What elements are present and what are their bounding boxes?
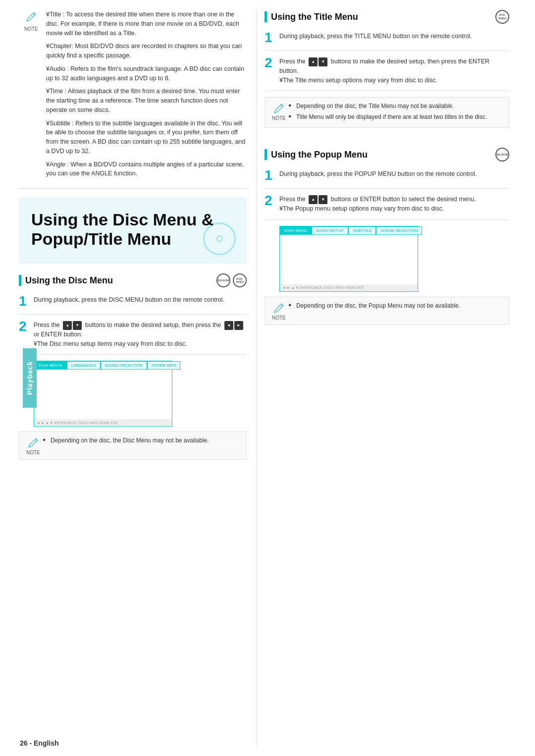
title-step-2: 2 Press the ▲ ▼ buttons to make the desi…: [265, 57, 509, 91]
left-column: NOTE ¥Title : To access the desired titl…: [19, 10, 257, 746]
dvd-icon: DVD-VIDEO: [233, 273, 247, 287]
popup-menu-note: NOTE Depending on the disc, the Popup Me…: [265, 297, 509, 325]
disc-menu-body: [34, 370, 172, 419]
note-item-4: ¥Time : Allows playback of the film from…: [46, 87, 247, 114]
disc-note-content: Depending on the disc, the Disc Menu may…: [43, 436, 242, 455]
disc-note-bullet-1: Depending on the disc, the Disc Menu may…: [43, 436, 242, 445]
disc-menu-footer: ◄ ► ▲ ▼ ENTER BACK TOOLS INFO HOME EXIT: [34, 419, 172, 426]
top-note-section: NOTE ¥Title : To access the desired titl…: [19, 10, 247, 189]
disc-step-2: 2 Press the ▲ ▼ buttons to make the desi…: [19, 321, 247, 355]
popup-step-number-2: 2: [265, 194, 279, 214]
note-item-6: ¥Angle : When a BD/DVD contains multiple…: [46, 160, 247, 179]
title-note-label: NOTE: [272, 115, 286, 121]
popup-step-2-content: Press the ▲ ▼ buttons or ENTER button to…: [279, 195, 509, 214]
popup-menu-tab-bar: MAIN MENU AUDIO SET UP SUBTITLE SCENE SE…: [280, 226, 418, 235]
title-note-bullet-1: Depending on the disc, the Title Menu ma…: [289, 102, 505, 110]
popup-note-label: NOTE: [272, 315, 286, 321]
popup-menu-body: [280, 235, 418, 284]
popup-menu-footer: ◄ ► ▲ ▼ ENTER BACK TOOLS INFO HOME EXIT: [280, 284, 418, 291]
right-column: Using the Title Menu DVD-VIDEO 1 During …: [257, 10, 509, 746]
title-arrow-buttons: ▲ ▼: [309, 57, 327, 66]
disc-menu-mockup: PLAY MOVIE LANGUAGES SOUND SELECTION OTH…: [34, 361, 172, 427]
title-step-1-content: During playback, press the TITLE MENU bu…: [279, 32, 509, 45]
popup-step2-note: ¥The Popup menu setup options may vary f…: [279, 205, 444, 212]
disc-tab-2: SOUND SELECTION: [101, 361, 147, 370]
disc-menu-section: Using the Disc Menu BD-ROM DVD-VIDEO 1 D…: [19, 273, 247, 460]
left-arrow-btn: ◄: [224, 321, 233, 330]
arrow-buttons-2: ◄ ►: [224, 321, 243, 330]
popup-menu-section: Using the Popup Menu BD-ROM 1 During pla…: [265, 148, 509, 325]
down-arrow-btn: ▼: [73, 321, 82, 330]
popup-step-1-content: During playback, press the POPUP MENU bu…: [279, 169, 509, 182]
disc-step2-after: or ENTER button.: [34, 331, 83, 338]
popup-down-btn: ▼: [319, 195, 327, 204]
popup-step2-before: Press the: [279, 196, 306, 203]
disc-menu-heading: Using the Disc Menu BD-ROM DVD-VIDEO: [19, 273, 247, 289]
disc-menu-note: NOTE Depending on the disc, the Disc Men…: [19, 432, 247, 460]
blue-bar: [19, 275, 21, 286]
svg-point-0: [204, 223, 235, 255]
disc-step2-middle: buttons to make the desired setup, then …: [85, 322, 221, 328]
note-pen-icon: [24, 10, 38, 25]
popup-tab-1: AUDIO SET UP: [312, 226, 348, 235]
title-menu-section: Using the Title Menu DVD-VIDEO 1 During …: [265, 10, 509, 128]
disc-note-icon: NOTE: [23, 436, 43, 455]
note-label-text: NOTE: [24, 26, 38, 32]
popup-step2-middle: buttons or ENTER button to select the de…: [331, 196, 476, 203]
title-menu-icons: DVD-VIDEO: [495, 10, 509, 24]
popup-bdrom-icon: BD-ROM: [495, 148, 509, 162]
popup-step-number-1: 1: [265, 168, 279, 182]
popup-up-btn: ▲: [309, 195, 318, 204]
disc-note-label: NOTE: [26, 450, 40, 455]
title-step2-before: Press the: [279, 58, 306, 65]
playback-tab: Playback: [23, 348, 37, 408]
disc-menu-tab-bar: PLAY MOVIE LANGUAGES SOUND SELECTION OTH…: [34, 361, 172, 370]
title-note-content: Depending on the disc, the Title Menu ma…: [289, 102, 505, 123]
svg-point-1: [217, 236, 222, 242]
popup-menu-heading: Using the Popup Menu BD-ROM: [265, 148, 509, 163]
title-menu-note: NOTE Depending on the disc, the Title Me…: [265, 97, 509, 128]
title-step-1: 1 During playback, press the TITLE MENU …: [265, 32, 509, 51]
popup-tab-3: SCENE SELECTION: [376, 226, 422, 235]
note-item-2: ¥Chapter: Most BD/DVD discs are recorded…: [46, 42, 247, 60]
disc-tab-1: LANGUAGES: [67, 361, 101, 370]
disc-step2-note: ¥The Disc menu setup items may vary from…: [34, 340, 187, 347]
title-down-btn: ▼: [319, 57, 327, 66]
title-dvd-icon: DVD-VIDEO: [495, 10, 509, 24]
title-blue-bar: [265, 11, 267, 22]
disc-step-1-content: During playback, press the DISC MENU but…: [34, 295, 247, 308]
disc-step2-before: Press the: [34, 322, 60, 328]
bdrom-icon: BD-ROM: [216, 273, 230, 287]
popup-blue-bar: [265, 149, 267, 160]
arrow-buttons: ▲ ▼: [63, 321, 82, 330]
up-arrow-btn: ▲: [63, 321, 72, 330]
watermark-disc-icon: [202, 221, 237, 256]
note-item-5: ¥Subtitle : Refers to the subtitle langu…: [46, 119, 247, 156]
disc-step-2-content: Press the ▲ ▼ buttons to make the desire…: [34, 321, 247, 348]
title-menu-title: Using the Title Menu: [271, 12, 358, 22]
popup-menu-icons: BD-ROM: [495, 148, 509, 162]
popup-note-bullet-1: Depending on the disc, the Popup Menu ma…: [289, 301, 505, 310]
disc-step-1: 1 During playback, press the DISC MENU b…: [19, 295, 247, 315]
popup-step-1: 1 During playback, press the POPUP MENU …: [265, 169, 509, 189]
popup-arrow-buttons: ▲ ▼: [309, 195, 327, 204]
disc-menu-icons: BD-ROM DVD-VIDEO: [216, 273, 247, 287]
note-item-3: ¥Audio : Refers to the film's soundtrack…: [46, 64, 247, 83]
step-number-1: 1: [19, 294, 34, 308]
title-step-2-content: Press the ▲ ▼ buttons to make the desire…: [279, 57, 509, 85]
popup-note-content: Depending on the disc, the Popup Menu ma…: [289, 301, 505, 321]
popup-menu-title: Using the Popup Menu: [271, 150, 368, 160]
page-footer: 26 - English: [20, 739, 59, 747]
title-menu-heading: Using the Title Menu DVD-VIDEO: [265, 10, 509, 26]
title-note-bullet-2: Title Menu will only be displayed if the…: [289, 112, 505, 121]
title-up-btn: ▲: [309, 57, 318, 66]
note-content: ¥Title : To access the desired title whe…: [44, 10, 247, 182]
title-step-number-2: 2: [265, 56, 279, 85]
popup-tab-2: SUBTITLE: [348, 226, 376, 235]
popup-tab-0: MAIN MENU: [280, 226, 312, 235]
popup-menu-mockup: MAIN MENU AUDIO SET UP SUBTITLE SCENE SE…: [279, 226, 418, 292]
big-heading-box: Using the Disc Menu & Popup/Title Menu: [19, 198, 247, 264]
title-step-number-1: 1: [265, 31, 279, 45]
popup-step-2: 2 Press the ▲ ▼ buttons or ENTER button …: [265, 195, 509, 220]
step-number-2: 2: [19, 320, 34, 348]
